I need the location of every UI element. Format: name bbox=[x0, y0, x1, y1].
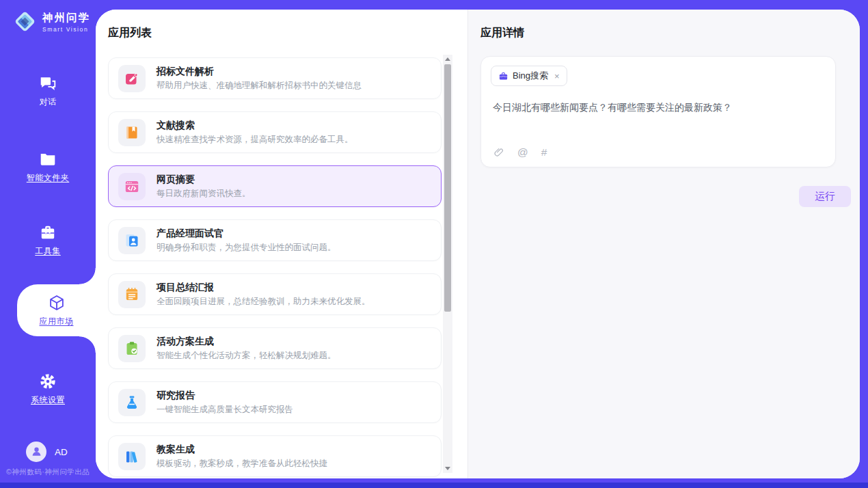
app-title: 文献搜索 bbox=[157, 120, 353, 132]
book-icon bbox=[118, 119, 146, 146]
books-icon bbox=[118, 443, 146, 470]
app-description: 模板驱动，教案秒成，教学准备从此轻松快捷 bbox=[157, 458, 327, 470]
prompt-input[interactable]: 今日湖北有哪些新闻要点？有哪些需要关注的最新政策？ bbox=[493, 100, 824, 114]
app-title: 活动方案生成 bbox=[157, 336, 336, 348]
main-panel: 应用列表 招标文件解析 帮助用户快速、准确地理解和解析招标书中的关键信息 文献搜… bbox=[96, 10, 860, 478]
chat-icon bbox=[39, 74, 57, 92]
app-card[interactable]: 教案生成 模板驱动，教案秒成，教学准备从此轻松快捷 bbox=[108, 435, 442, 477]
folder-icon bbox=[39, 150, 57, 168]
scroll-down-icon bbox=[445, 467, 450, 470]
app-card[interactable]: 活动方案生成 智能生成个性化活动方案，轻松解决规划难题。 bbox=[108, 327, 442, 369]
summary-icon bbox=[118, 281, 146, 308]
gear-icon bbox=[39, 372, 57, 390]
copyright-text: ©神州数码·神州问学出品 bbox=[6, 467, 90, 477]
app-detail-title: 应用详情 bbox=[480, 26, 524, 40]
briefcase-icon bbox=[498, 71, 508, 81]
sidebar-item-label: 智能文件夹 bbox=[27, 172, 70, 184]
prompt-card[interactable]: Bing搜索 × 今日湖北有哪些新闻要点？有哪些需要关注的最新政策？ @ # bbox=[480, 56, 836, 167]
at-icon[interactable]: @ bbox=[516, 145, 530, 159]
app-title: 网页摘要 bbox=[157, 174, 251, 186]
sidebar-item-label: 系统设置 bbox=[31, 394, 65, 406]
app-title: 招标文件解析 bbox=[157, 66, 362, 78]
app-list-pane: 应用列表 招标文件解析 帮助用户快速、准确地理解和解析招标书中的关键信息 文献搜… bbox=[96, 10, 467, 478]
app-list-title: 应用列表 bbox=[108, 26, 152, 40]
sidebar-item[interactable]: 工具集 bbox=[0, 219, 96, 261]
app-description: 全面回顾项目进展，总结经验教训，助力未来优化发展。 bbox=[157, 296, 370, 308]
app-card[interactable]: 网页摘要 每日政府新闻资讯快查。 bbox=[108, 165, 442, 207]
app-description: 一键智能生成高质量长文本研究报告 bbox=[157, 404, 293, 416]
sidebar-item[interactable]: 智能文件夹 bbox=[0, 145, 96, 189]
hash-icon[interactable]: # bbox=[540, 145, 549, 159]
sidebar-nav: 对话 智能文件夹 工具集 应用市场 系统设置 bbox=[0, 0, 96, 483]
app-card[interactable]: 产品经理面试官 明确身份和职责，为您提供专业性的面试问题。 bbox=[108, 219, 442, 261]
prompt-actions: @ # bbox=[491, 145, 548, 159]
bottom-bar bbox=[0, 483, 868, 488]
app-title: 教案生成 bbox=[157, 444, 327, 456]
app-card[interactable]: 项目总结汇报 全面回顾项目进展，总结经验教训，助力未来优化发展。 bbox=[108, 273, 442, 315]
app-card[interactable]: 文献搜索 快速精准查找学术资源，提高研究效率的必备工具。 bbox=[108, 111, 442, 153]
avatar bbox=[26, 442, 46, 462]
app-description: 快速精准查找学术资源，提高研究效率的必备工具。 bbox=[157, 134, 353, 146]
close-icon[interactable]: × bbox=[554, 71, 560, 81]
app-description: 明确身份和职责，为您提供专业性的面试问题。 bbox=[157, 242, 336, 254]
sidebar-item[interactable]: 系统设置 bbox=[0, 368, 96, 410]
user-row[interactable]: AD bbox=[26, 442, 68, 462]
webpage-icon bbox=[118, 173, 146, 200]
cube-icon bbox=[48, 293, 66, 312]
toolbox-icon bbox=[39, 223, 57, 241]
scroll-up-button[interactable] bbox=[443, 55, 452, 64]
scroll-up-icon bbox=[445, 57, 450, 61]
app-description: 每日政府新闻资讯快查。 bbox=[157, 188, 251, 200]
app-list: 招标文件解析 帮助用户快速、准确地理解和解析招标书中的关键信息 文献搜索 快速精… bbox=[108, 57, 442, 478]
paperclip-icon[interactable] bbox=[491, 145, 506, 159]
app-description: 帮助用户快速、准确地理解和解析招标书中的关键信息 bbox=[157, 80, 362, 92]
sidebar: 神州问学 Smart Vision 对话 智能文件夹 工具集 应用市场 bbox=[0, 0, 96, 483]
app-card[interactable]: 招标文件解析 帮助用户快速、准确地理解和解析招标书中的关键信息 bbox=[108, 57, 442, 99]
sidebar-item[interactable]: 应用市场 bbox=[17, 284, 96, 336]
sidebar-item-label: 应用市场 bbox=[40, 316, 74, 327]
sidebar-item-label: 工具集 bbox=[35, 245, 61, 257]
clipboard-icon bbox=[118, 335, 146, 362]
sidebar-item[interactable]: 对话 bbox=[0, 70, 96, 112]
scrollbar-thumb[interactable] bbox=[444, 64, 451, 312]
app-description: 智能生成个性化活动方案，轻松解决规划难题。 bbox=[157, 350, 336, 362]
compose-icon bbox=[118, 65, 146, 92]
app-title: 产品经理面试官 bbox=[157, 228, 336, 240]
app-title: 研究报告 bbox=[157, 390, 293, 402]
tool-tag[interactable]: Bing搜索 × bbox=[491, 66, 567, 86]
tool-tag-label: Bing搜索 bbox=[513, 70, 548, 82]
user-icon bbox=[30, 443, 43, 461]
flask-icon bbox=[118, 389, 146, 416]
run-button[interactable]: 运行 bbox=[799, 186, 851, 207]
user-label: AD bbox=[55, 447, 68, 457]
scroll-down-button[interactable] bbox=[443, 464, 452, 473]
app-detail-pane: 应用详情 Bing搜索 × 今日湖北有哪些新闻要点？有哪些需要关注的最新政策？ … bbox=[467, 10, 860, 478]
app-card[interactable]: 研究报告 一键智能生成高质量长文本研究报告 bbox=[108, 381, 442, 423]
interviewer-icon bbox=[118, 227, 146, 254]
sidebar-item-label: 对话 bbox=[40, 96, 57, 108]
app-title: 项目总结汇报 bbox=[157, 282, 370, 294]
scrollbar[interactable] bbox=[443, 55, 452, 473]
